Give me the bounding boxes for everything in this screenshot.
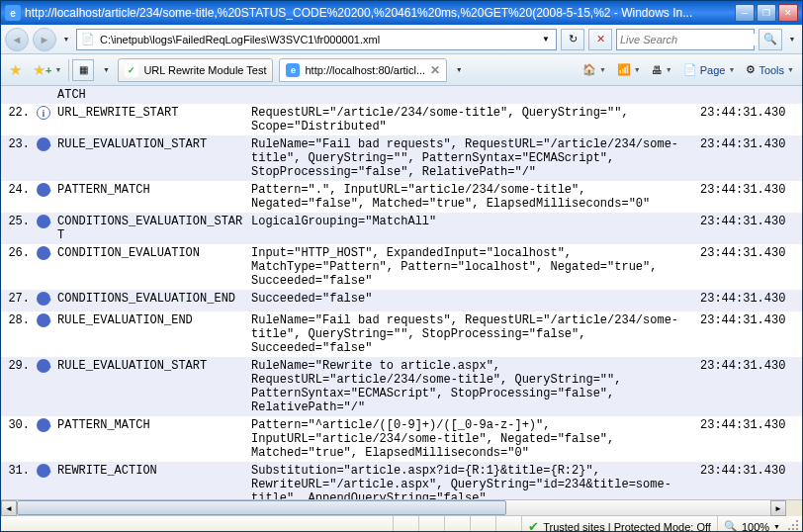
trace-bullet-icon xyxy=(37,359,50,373)
scroll-left-button[interactable]: ◄ xyxy=(1,500,17,516)
address-input[interactable] xyxy=(97,34,538,45)
trace-bullet-icon xyxy=(37,418,50,432)
new-tab-button[interactable]: ▼ xyxy=(453,60,465,80)
event-name: PATTERN_MATCH xyxy=(54,181,248,213)
row-icon xyxy=(33,290,54,311)
event-time: 23:44:31.430 xyxy=(697,181,802,213)
search-box[interactable] xyxy=(616,29,755,50)
history-dropdown[interactable]: ▼ xyxy=(60,30,72,49)
zoom-control[interactable]: 🔍 100% ▼ xyxy=(717,516,786,532)
event-name: RULE_EVALUATION_END xyxy=(54,311,248,357)
event-description: Input="HTTP_HOST", ExpandedInput="localh… xyxy=(248,244,697,290)
page-menu[interactable]: 📄Page▼ xyxy=(679,59,740,81)
zoom-icon: 🔍 xyxy=(724,520,738,532)
status-panel xyxy=(393,516,418,532)
row-icon xyxy=(33,244,54,290)
feeds-button[interactable]: 📶▼ xyxy=(613,59,645,81)
tools-menu[interactable]: ⚙Tools▼ xyxy=(742,59,798,81)
event-name: CONDITIONS_EVALUATION_START xyxy=(54,213,248,244)
quick-tabs-button[interactable]: ▦ xyxy=(72,59,94,81)
command-toolbar: ★ ★+▼ ▦ ▼ ✓ URL Rewrite Module Test e ht… xyxy=(1,54,802,86)
row-number: 26. xyxy=(1,244,33,290)
search-button[interactable]: 🔍 xyxy=(758,29,782,50)
trace-bullet-icon xyxy=(37,246,50,260)
svg-rect-2 xyxy=(796,524,798,526)
svg-rect-5 xyxy=(796,528,798,530)
svg-rect-4 xyxy=(792,528,794,530)
event-time: 23:44:31.430 xyxy=(697,416,802,462)
table-row: ATCH xyxy=(1,86,802,104)
status-panel xyxy=(444,516,470,532)
favorites-button[interactable]: ★ xyxy=(5,59,26,81)
scroll-thumb[interactable] xyxy=(17,500,506,515)
security-zone[interactable]: ✔ Trusted sites | Protected Mode: Off xyxy=(521,516,717,532)
table-row: 22.iURL_REWRITE_STARTRequestURL="/articl… xyxy=(1,104,802,135)
event-name: RULE_EVALUATION_START xyxy=(54,135,248,181)
forward-button[interactable]: ► xyxy=(33,28,56,51)
address-dropdown[interactable]: ▼ xyxy=(538,35,554,44)
event-time: 23:44:31.430 xyxy=(697,357,802,416)
tab-1[interactable]: ✓ URL Rewrite Module Test xyxy=(118,58,273,82)
row-icon xyxy=(33,357,54,416)
table-row: 23.RULE_EVALUATION_STARTRuleName="Fail b… xyxy=(1,135,802,181)
minimize-button[interactable]: ─ xyxy=(735,4,755,22)
row-number: 22. xyxy=(1,104,33,135)
event-time: 23:44:31.430 xyxy=(697,244,802,290)
horizontal-scrollbar[interactable]: ◄ ► xyxy=(1,499,802,515)
svg-rect-0 xyxy=(796,520,798,522)
security-text: Trusted sites | Protected Mode: Off xyxy=(543,521,711,533)
row-number: 29. xyxy=(1,357,33,416)
table-row: 30.PATTERN_MATCHPattern="^article/([0-9]… xyxy=(1,416,802,462)
content-area[interactable]: ATCH22.iURL_REWRITE_STARTRequestURL="/ar… xyxy=(1,86,802,499)
print-button[interactable]: 🖶▼ xyxy=(648,59,676,81)
trace-bullet-icon xyxy=(37,313,50,327)
table-row: 28.RULE_EVALUATION_ENDRuleName="Fail bad… xyxy=(1,311,802,357)
add-favorite-button[interactable]: ★+▼ xyxy=(29,59,65,81)
event-time: 23:44:31.430 xyxy=(697,290,802,311)
row-icon xyxy=(33,213,54,244)
trace-log-table: ATCH22.iURL_REWRITE_STARTRequestURL="/ar… xyxy=(1,86,802,499)
stop-button[interactable]: ✕ xyxy=(588,29,612,50)
trace-bullet-icon xyxy=(37,183,50,197)
close-button[interactable]: ✕ xyxy=(778,4,798,22)
row-icon xyxy=(33,416,54,462)
search-provider-dropdown[interactable]: ▼ xyxy=(786,30,798,49)
row-number xyxy=(1,86,33,104)
event-name: CONDITIONS_EVALUATION_END xyxy=(54,290,248,311)
trace-bullet-icon xyxy=(37,292,50,306)
table-row: 31.REWRITE_ACTIONSubstitution="article.a… xyxy=(1,462,802,499)
event-name: ATCH xyxy=(54,86,248,104)
row-number: 31. xyxy=(1,462,33,499)
event-description xyxy=(248,86,697,104)
row-number: 27. xyxy=(1,290,33,311)
tab-close-button[interactable]: ✕ xyxy=(430,63,440,77)
chevron-down-icon[interactable]: ▼ xyxy=(773,523,780,530)
row-number: 30. xyxy=(1,416,33,462)
quick-tabs-dropdown[interactable]: ▼ xyxy=(100,60,112,80)
address-bar[interactable]: 📄 ▼ xyxy=(76,29,557,50)
status-panel xyxy=(470,516,495,532)
svg-rect-3 xyxy=(788,528,790,530)
restore-button[interactable]: ❐ xyxy=(757,4,776,22)
ie-icon: e xyxy=(5,5,21,21)
event-description: Substitution="article.aspx?id={R:1}&titl… xyxy=(248,462,697,499)
event-description: Succeeded="false" xyxy=(248,290,697,311)
statusbar: ✔ Trusted sites | Protected Mode: Off 🔍 … xyxy=(1,515,802,532)
tab-2[interactable]: e http://localhost:80/articl... ✕ xyxy=(279,58,447,82)
table-row: 24.PATTERN_MATCHPattern=".", InputURL="a… xyxy=(1,181,802,213)
trace-bullet-icon xyxy=(37,137,50,151)
back-button[interactable]: ◄ xyxy=(5,28,29,51)
window-titlebar: e http://localhost/article/234/some-titl… xyxy=(1,1,802,25)
row-number: 25. xyxy=(1,213,33,244)
event-time: 23:44:31.430 xyxy=(697,135,802,181)
event-description: RuleName="Fail bad requests", RequestURL… xyxy=(248,311,697,357)
check-icon: ✔ xyxy=(528,519,539,532)
table-row: 27.CONDITIONS_EVALUATION_ENDSucceeded="f… xyxy=(1,290,802,311)
scroll-right-button[interactable]: ► xyxy=(770,500,786,516)
scroll-track[interactable] xyxy=(17,500,770,515)
resize-grip[interactable] xyxy=(786,520,802,533)
event-name: URL_REWRITE_START xyxy=(54,104,248,135)
home-button[interactable]: 🏠▼ xyxy=(579,59,610,81)
search-input[interactable] xyxy=(620,34,758,45)
refresh-button[interactable]: ↻ xyxy=(561,29,584,50)
